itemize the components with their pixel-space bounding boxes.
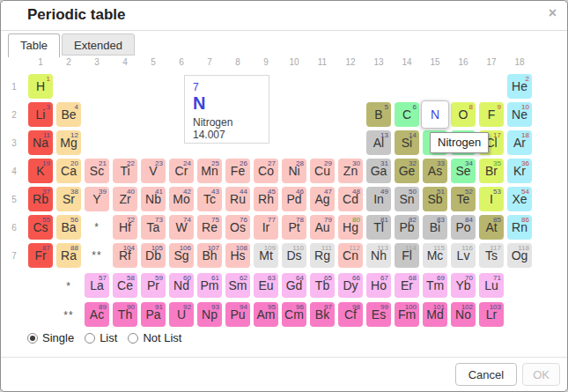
element-cell-Ni[interactable]: 28Ni	[282, 159, 306, 183]
element-cell-In[interactable]: 49In	[366, 187, 391, 211]
element-cell-Md[interactable]: 101Md	[423, 302, 447, 327]
element-cell-Lv[interactable]: 116Lv	[451, 243, 476, 268]
ok-button[interactable]: OK	[522, 363, 560, 386]
element-cell-Rg[interactable]: 111Rg	[310, 243, 335, 268]
element-cell-Tl[interactable]: 81Tl	[366, 215, 391, 240]
element-cell-Ga[interactable]: 31Ga	[366, 159, 391, 183]
element-cell-Rf[interactable]: 104Rf	[113, 243, 137, 268]
close-icon[interactable]: ×	[549, 6, 557, 20]
element-cell-Ag[interactable]: 47Ag	[310, 187, 335, 211]
element-cell-As[interactable]: 33As	[423, 159, 447, 183]
element-cell-Ba[interactable]: 56Ba	[56, 215, 81, 240]
tab-extended[interactable]: Extended	[62, 33, 135, 55]
tab-table[interactable]: Table	[8, 33, 60, 57]
element-cell-Sg[interactable]: 106Sg	[169, 243, 194, 268]
element-cell-Th[interactable]: 90Th	[113, 302, 137, 327]
element-cell-Co[interactable]: 27Co	[254, 159, 278, 183]
element-cell-I[interactable]: 53I	[479, 187, 504, 211]
radio-option-single[interactable]: Single	[27, 331, 74, 344]
element-cell-Gd[interactable]: 64Gd	[282, 273, 306, 298]
element-cell-Ds[interactable]: 110Ds	[282, 243, 306, 268]
element-cell-Fr[interactable]: 87Fr	[28, 243, 53, 268]
element-cell-Rb[interactable]: 37Rb	[28, 187, 53, 211]
element-cell-Mc[interactable]: 115Mc	[423, 243, 447, 268]
element-cell-Nd[interactable]: 60Nd	[169, 273, 194, 298]
element-cell-Rn[interactable]: 86Rn	[507, 215, 532, 240]
element-cell-Db[interactable]: 105Db	[141, 243, 166, 268]
element-cell-Pa[interactable]: 91Pa	[141, 302, 166, 327]
element-cell-Cf[interactable]: 98Cf	[338, 302, 363, 327]
element-cell-Er[interactable]: 68Er	[395, 273, 419, 298]
element-cell-C[interactable]: 6C	[395, 102, 419, 127]
element-cell-Ru[interactable]: 44Ru	[225, 187, 250, 211]
element-cell-Og[interactable]: 118Og	[507, 243, 532, 268]
element-cell-Sm[interactable]: 62Sm	[225, 273, 250, 298]
element-cell-Mn[interactable]: 25Mn	[197, 159, 222, 183]
element-cell-Sb[interactable]: 51Sb	[423, 187, 447, 211]
element-cell-Xe[interactable]: 54Xe	[507, 187, 532, 211]
element-cell-Os[interactable]: 76Os	[225, 215, 250, 240]
element-cell-Nb[interactable]: 41Nb	[141, 187, 166, 211]
element-cell-Eu[interactable]: 63Eu	[254, 273, 278, 298]
element-cell-N[interactable]: 7N	[421, 100, 449, 129]
element-cell-Hf[interactable]: 72Hf	[113, 215, 137, 240]
element-cell-Bi[interactable]: 83Bi	[423, 215, 447, 240]
radio-icon[interactable]	[85, 333, 95, 344]
element-cell-Mo[interactable]: 42Mo	[169, 187, 194, 211]
element-cell-Si[interactable]: 14Si	[395, 130, 419, 155]
element-cell-Np[interactable]: 93Np	[197, 302, 222, 327]
element-cell-Bk[interactable]: 97Bk	[310, 302, 335, 327]
element-cell-Na[interactable]: 11Na	[28, 130, 53, 155]
cancel-button[interactable]: Cancel	[455, 363, 517, 386]
element-cell-H[interactable]: 1H	[28, 74, 53, 99]
element-cell-Br[interactable]: 35Br	[479, 159, 504, 183]
element-cell-Zn[interactable]: 30Zn	[338, 159, 363, 183]
element-cell-Te[interactable]: 52Te	[451, 187, 476, 211]
element-cell-No[interactable]: 102No	[451, 302, 476, 327]
radio-icon[interactable]	[128, 333, 138, 344]
element-cell-Pm[interactable]: 61Pm	[197, 273, 222, 298]
element-cell-F[interactable]: 9F	[479, 102, 504, 127]
element-cell-K[interactable]: 19K	[28, 159, 53, 183]
element-cell-V[interactable]: 23V	[141, 159, 166, 183]
element-cell-Be[interactable]: 4Be	[56, 102, 81, 127]
element-cell-Cd[interactable]: 48Cd	[338, 187, 363, 211]
element-cell-Tb[interactable]: 65Tb	[310, 273, 335, 298]
element-cell-Yb[interactable]: 70Yb	[451, 273, 476, 298]
element-cell-Zr[interactable]: 40Zr	[113, 187, 137, 211]
element-cell-Ac[interactable]: 89Ac	[85, 302, 109, 327]
element-cell-Pb[interactable]: 82Pb	[395, 215, 419, 240]
element-cell-Sn[interactable]: 50Sn	[395, 187, 419, 211]
element-cell-Pd[interactable]: 46Pd	[282, 187, 306, 211]
element-cell-Au[interactable]: 79Au	[310, 215, 335, 240]
element-cell-Sc[interactable]: 21Sc	[85, 159, 109, 183]
radio-option-list[interactable]: List	[85, 331, 117, 344]
element-cell-Ne[interactable]: 10Ne	[507, 102, 532, 127]
element-cell-Ge[interactable]: 32Ge	[395, 159, 419, 183]
element-cell-Ti[interactable]: 22Ti	[113, 159, 137, 183]
element-cell-Re[interactable]: 75Re	[197, 215, 222, 240]
element-cell-Fl[interactable]: 114Fl	[395, 243, 419, 268]
element-cell-Fm[interactable]: 100Fm	[395, 302, 419, 327]
element-cell-W[interactable]: 74W	[169, 215, 194, 240]
radio-icon[interactable]	[27, 333, 38, 344]
element-cell-Y[interactable]: 39Y	[85, 187, 109, 211]
element-cell-Rh[interactable]: 45Rh	[254, 187, 278, 211]
element-cell-Bh[interactable]: 107Bh	[197, 243, 222, 268]
element-cell-Tm[interactable]: 69Tm	[423, 273, 447, 298]
element-cell-Ce[interactable]: 58Ce	[113, 273, 137, 298]
element-cell-La[interactable]: 57La	[85, 273, 109, 298]
element-cell-Tc[interactable]: 43Tc	[197, 187, 222, 211]
element-cell-Cm[interactable]: 96Cm	[282, 302, 306, 327]
element-cell-Fe[interactable]: 26Fe	[225, 159, 250, 183]
element-cell-Hs[interactable]: 108Hs	[225, 243, 250, 268]
element-cell-Pt[interactable]: 78Pt	[282, 215, 306, 240]
element-cell-Ar[interactable]: 18Ar	[507, 130, 532, 155]
element-cell-U[interactable]: 92U	[169, 302, 194, 327]
element-cell-Po[interactable]: 84Po	[451, 215, 476, 240]
element-cell-Al[interactable]: 13Al	[366, 130, 391, 155]
element-cell-Ra[interactable]: 88Ra	[56, 243, 81, 268]
element-cell-Nh[interactable]: 113Nh	[366, 243, 391, 268]
element-cell-Cr[interactable]: 24Cr	[169, 159, 194, 183]
element-cell-Ta[interactable]: 73Ta	[141, 215, 166, 240]
